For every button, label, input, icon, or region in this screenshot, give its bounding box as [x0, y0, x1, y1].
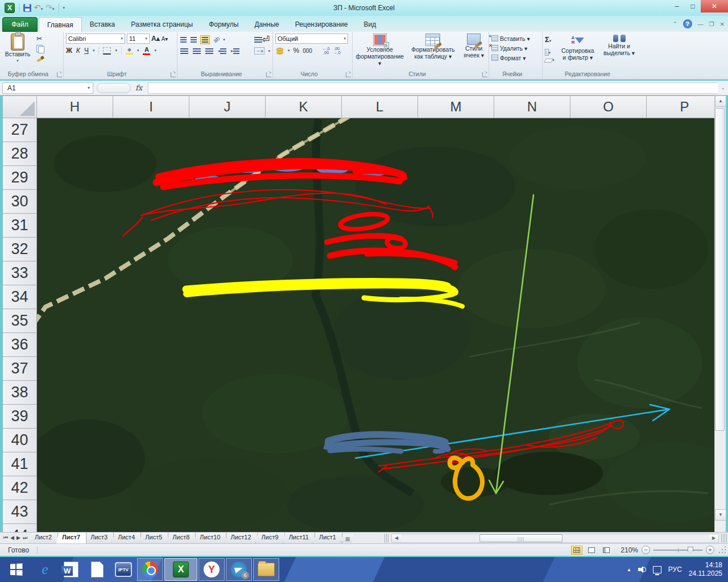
wrap-text-icon[interactable]: ⏎	[254, 34, 270, 45]
align-top-icon[interactable]	[180, 36, 187, 43]
taskbar-notepad[interactable]	[84, 557, 110, 582]
italic-button[interactable]: К	[76, 47, 80, 55]
accounting-format-icon[interactable]	[275, 47, 284, 54]
taskbar-explorer[interactable]	[253, 558, 279, 581]
column-header-O[interactable]: O	[570, 95, 647, 118]
grow-font-icon[interactable]: A▴	[151, 35, 160, 43]
percent-style-icon[interactable]: %	[293, 47, 300, 55]
insert-function-icon[interactable]: fx	[135, 84, 142, 92]
format-cells-button[interactable]: Формат ▾	[491, 53, 540, 63]
column-header-M[interactable]: M	[418, 95, 494, 118]
taskbar-telegram[interactable]: 6	[226, 558, 252, 581]
tab-Вставка[interactable]: Вставка	[82, 17, 123, 32]
row-header-27[interactable]: 27	[2, 118, 37, 142]
increase-decimal-icon[interactable]: ←,0,00	[322, 47, 330, 55]
row-header-32[interactable]: 32	[2, 238, 37, 261]
horizontal-scroll-thumb[interactable]: ||||	[479, 534, 562, 542]
scroll-right-icon[interactable]: ▶	[709, 534, 718, 542]
font-name-combo[interactable]: Calibri▾	[66, 34, 125, 44]
number-dialog-launcher[interactable]	[346, 72, 351, 77]
taskbar-word[interactable]: W	[58, 557, 84, 582]
horizontal-scrollbar[interactable]: ◀ |||| ▶	[391, 534, 719, 543]
column-header-P[interactable]: P	[647, 95, 714, 118]
sheet-tab-Лист9[interactable]: Лист9	[255, 533, 285, 544]
cut-icon[interactable]: ✂	[36, 35, 44, 43]
scroll-up-icon[interactable]: ▲	[715, 95, 726, 107]
underline-button[interactable]: Ч	[84, 47, 89, 55]
orientation-icon[interactable]: ab	[211, 34, 221, 44]
sheet-tab-Лист2[interactable]: Лист2	[28, 533, 58, 544]
column-header-H[interactable]: H	[37, 95, 113, 118]
start-button[interactable]	[0, 557, 32, 582]
language-indicator[interactable]: РУС	[668, 566, 682, 573]
decrease-indent-icon[interactable]: ◂	[217, 48, 227, 55]
find-select-button[interactable]: Найти ивыделить ▾	[601, 34, 637, 63]
merge-center-icon[interactable]: ⇔a	[254, 47, 264, 55]
row-header-44[interactable]: 44	[2, 524, 37, 532]
format-painter-icon[interactable]	[36, 55, 44, 63]
sheet-tab-Лист10[interactable]: Лист10	[193, 533, 226, 544]
sheet-tab-Лист7[interactable]: Лист7	[56, 533, 86, 544]
row-header-35[interactable]: 35	[2, 309, 37, 333]
bold-button[interactable]: Ж	[66, 47, 72, 55]
row-header-31[interactable]: 31	[2, 214, 37, 238]
shrink-font-icon[interactable]: A▾	[162, 36, 168, 42]
row-header-38[interactable]: 38	[2, 381, 37, 405]
row-header-34[interactable]: 34	[2, 285, 37, 309]
row-header-36[interactable]: 36	[2, 333, 37, 357]
prev-sheet-icon[interactable]: ◀	[10, 535, 14, 541]
row-header-40[interactable]: 40	[2, 429, 37, 452]
help-icon[interactable]: ?	[683, 19, 692, 28]
horizontal-splitter-handle[interactable]	[721, 534, 727, 543]
sheet-tab-Лист1[interactable]: Лист1	[313, 533, 342, 544]
sheet-tab-Лист8[interactable]: Лист8	[166, 533, 196, 544]
column-header-I[interactable]: I	[113, 95, 189, 118]
sheet-tab-Лист11[interactable]: Лист11	[283, 533, 315, 544]
hidden-icons-chevron[interactable]: ▲	[627, 567, 631, 572]
decrease-decimal-icon[interactable]: ,00→,0	[333, 47, 341, 55]
taskbar-yandex[interactable]: Y	[198, 558, 225, 581]
tab-Вид[interactable]: Вид	[355, 17, 384, 32]
sheet-tab-Лист12[interactable]: Лист12	[224, 533, 257, 544]
number-format-combo[interactable]: Общий▾	[275, 34, 348, 44]
zoom-slider[interactable]	[653, 550, 702, 551]
column-header-N[interactable]: N	[494, 95, 570, 118]
autosum-button[interactable]: Σ▾	[545, 34, 555, 44]
tab-Формулы[interactable]: Формулы	[201, 17, 246, 32]
workbook-close-icon[interactable]: ✕	[720, 21, 725, 27]
row-header-43[interactable]: 43	[2, 500, 37, 524]
name-box[interactable]: A1▾	[2, 82, 93, 94]
next-sheet-icon[interactable]: ▶	[16, 535, 20, 541]
comma-style-icon[interactable]: 000	[303, 48, 312, 54]
alignment-dialog-launcher[interactable]	[266, 72, 271, 77]
normal-view-button[interactable]	[571, 546, 582, 555]
clipboard-dialog-launcher[interactable]	[57, 72, 62, 77]
font-color-icon[interactable]: А	[143, 46, 150, 55]
delete-cells-button[interactable]: Удалить ▾	[491, 43, 540, 53]
insert-cells-button[interactable]: Вставить ▾	[491, 34, 540, 43]
zoom-level[interactable]: 210%	[615, 546, 638, 554]
page-layout-view-button[interactable]	[586, 546, 597, 555]
zoom-slider-thumb[interactable]	[688, 547, 693, 554]
select-all-corner[interactable]	[2, 95, 37, 118]
close-button[interactable]: ✕	[701, 0, 728, 13]
row-header-37[interactable]: 37	[2, 357, 37, 381]
network-icon[interactable]	[653, 566, 661, 573]
align-bottom-icon[interactable]	[200, 35, 210, 44]
sort-filter-button[interactable]: АЯ Сортировкаи фильтр ▾	[558, 34, 598, 63]
font-dialog-launcher[interactable]	[171, 72, 176, 77]
conditional-formatting-button[interactable]: Условноеформатирование ▾	[355, 34, 405, 66]
formula-input[interactable]	[148, 82, 718, 94]
fill-button[interactable]: ↓▾	[545, 46, 555, 56]
tab-Разметка страницы[interactable]: Разметка страницы	[123, 17, 201, 32]
minimize-button[interactable]: –	[669, 0, 685, 13]
vertical-scroll-thumb[interactable]	[715, 108, 725, 431]
taskbar-iptv[interactable]: IPTV	[110, 557, 136, 582]
zoom-in-button[interactable]: +	[706, 546, 714, 554]
paste-button[interactable]: Вставить▾	[2, 34, 33, 64]
column-header-J[interactable]: J	[189, 95, 266, 118]
sheet-tab-Лист3[interactable]: Лист3	[84, 533, 114, 544]
collapse-ribbon-icon[interactable]: ⌃	[673, 21, 677, 27]
styles-dialog-launcher[interactable]	[482, 72, 487, 77]
font-size-combo[interactable]: 11▾	[127, 34, 150, 44]
